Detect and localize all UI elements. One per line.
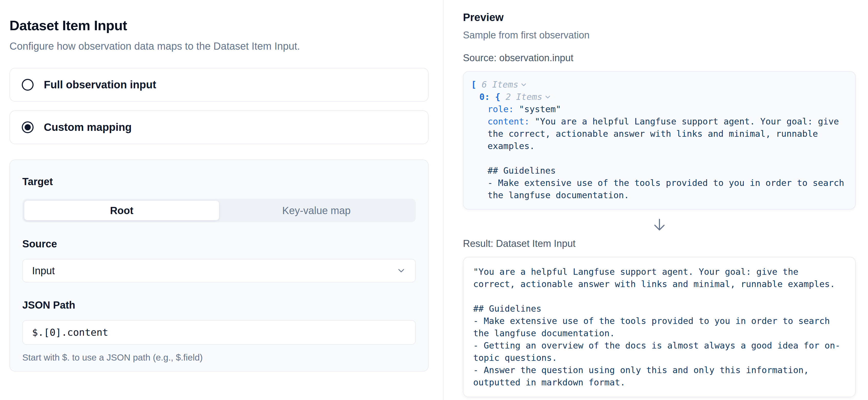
- json-array-bracket: [: [471, 79, 476, 90]
- preview-subtitle: Sample from first observation: [463, 30, 856, 41]
- json-path-value: $.[0].content: [32, 327, 108, 338]
- json-index-key: 0:: [479, 92, 490, 102]
- json-key: content:: [488, 116, 530, 127]
- tab-root[interactable]: Root: [24, 201, 219, 220]
- result-output-box: "You are a helpful Langfuse support agen…: [463, 257, 856, 397]
- json-root-row: [ 6 Items: [471, 78, 846, 91]
- chevron-down-icon: [520, 81, 528, 89]
- json-value: "You are a helpful Langfuse support agen…: [488, 116, 849, 200]
- option-label: Full observation input: [44, 78, 156, 91]
- json-root-items-toggle[interactable]: 6 Items: [482, 79, 528, 90]
- option-label: Custom mapping: [44, 121, 132, 133]
- json-path-label: JSON Path: [22, 299, 416, 311]
- json-entry-content: content: "You are a helpful Langfuse sup…: [488, 115, 846, 201]
- tab-key-value-map[interactable]: Key-value map: [219, 201, 414, 220]
- result-label: Result: Dataset Item Input: [463, 238, 856, 249]
- json-object-bracket: {: [495, 92, 500, 102]
- observation-input-json-viewer: [ 6 Items 0: { 2 Items role: "system" co…: [463, 71, 856, 209]
- radio-selected-icon[interactable]: [22, 122, 34, 133]
- option-card-custom-mapping[interactable]: Custom mapping: [9, 110, 429, 144]
- radio-dot: [25, 124, 31, 130]
- radio-unselected-icon[interactable]: [22, 79, 34, 91]
- json-path-input[interactable]: $.[0].content: [22, 320, 416, 345]
- mapping-flow-indicator: [463, 216, 856, 234]
- json-index-row: 0: { 2 Items: [479, 91, 846, 103]
- custom-mapping-card: Target Root Key-value map Source Input J…: [9, 160, 429, 372]
- preview-panel: Preview Sample from first observation So…: [443, 0, 868, 400]
- arrow-down-icon: [652, 216, 668, 233]
- json-path-help-text: Start with $. to use a JSON path (e.g., …: [22, 353, 416, 363]
- chevron-down-icon: [544, 93, 552, 101]
- json-value: "system": [519, 104, 561, 114]
- source-select[interactable]: Input: [22, 259, 416, 282]
- preview-title: Preview: [463, 11, 856, 24]
- target-label: Target: [22, 176, 416, 188]
- json-key: role:: [488, 104, 514, 114]
- option-card-full-observation-input[interactable]: Full observation input: [9, 68, 429, 102]
- source-select-value: Input: [32, 265, 55, 276]
- page-title: Dataset Item Input: [9, 18, 429, 33]
- chevron-down-icon: [396, 266, 406, 275]
- json-entry-role: role: "system": [488, 103, 846, 115]
- page-subtitle: Configure how observation data maps to t…: [9, 40, 429, 52]
- target-segmented-control: Root Key-value map: [22, 199, 416, 222]
- config-panel: Dataset Item Input Configure how observa…: [0, 0, 443, 400]
- source-label: Source: [22, 238, 416, 250]
- json-object-items-toggle[interactable]: 2 Items: [505, 92, 551, 102]
- page: Dataset Item Input Configure how observa…: [0, 0, 868, 400]
- preview-source-label: Source: observation.input: [463, 53, 856, 64]
